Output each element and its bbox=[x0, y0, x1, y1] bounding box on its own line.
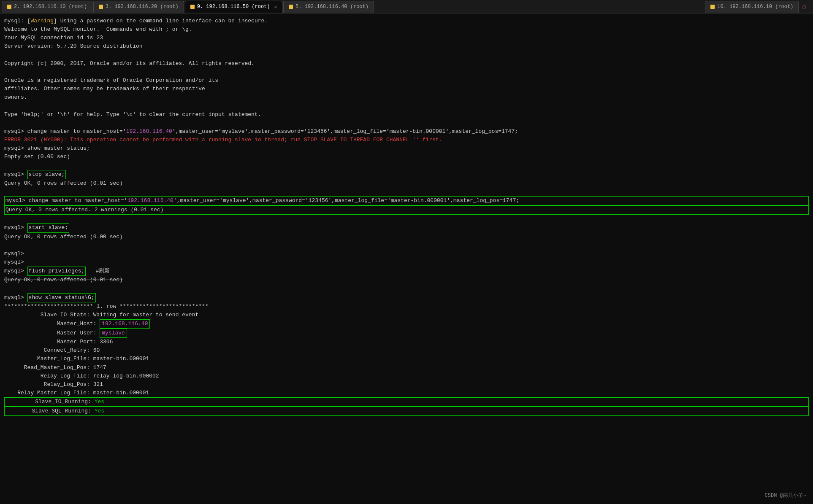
cmd5-prompt-line: mysql> start slave; bbox=[4, 223, 809, 232]
relay-log-file-line: Relay_Log_File: relay-log-bin.000002 bbox=[4, 372, 809, 380]
master-user-box: myslave bbox=[100, 329, 127, 338]
tab-icon-4 bbox=[289, 5, 293, 9]
tab-4[interactable]: 5. 192.168.116.40 (root) bbox=[283, 1, 374, 13]
tab-close-3[interactable]: ✕ bbox=[274, 4, 277, 10]
tab-bar: 2. 192.168.116.10 (root) 3. 192.168.116.… bbox=[0, 0, 813, 13]
tab-icon-3 bbox=[190, 5, 195, 9]
warning-label: Warning bbox=[30, 18, 54, 24]
master-log-file-line: Master_Log_File: master-bin.000001 bbox=[4, 355, 809, 363]
tab-5[interactable]: 10. 192.168.116.10 (root) bbox=[705, 1, 799, 13]
copyright-line: Copyright (c) 2000, 2017, Oracle and/or … bbox=[4, 59, 809, 68]
tab-icon-5 bbox=[710, 5, 715, 9]
master-user-line: Master_User: myslave bbox=[4, 329, 809, 338]
flush-box: flush privileges; bbox=[27, 267, 86, 276]
read-master-log-pos-line: Read_Master_Log_Pos: 1747 bbox=[4, 364, 809, 372]
server-version-line: Server version: 5.7.20 Source distributi… bbox=[4, 42, 809, 51]
warning-text: Using a password on the command line int… bbox=[60, 18, 268, 24]
connection-id-line: Your MySQL connection id is 23 bbox=[4, 34, 809, 42]
tab-label-2: 3. 192.168.116.20 (root) bbox=[106, 4, 179, 10]
welcome-line: Welcome to the MySQL monitor. Commands e… bbox=[4, 25, 809, 34]
tab-1[interactable]: 2. 192.168.116.10 (root) bbox=[2, 1, 92, 13]
oracle3-line: owners. bbox=[4, 93, 809, 102]
cmd1-line: mysql> change master to master_host='192… bbox=[4, 127, 809, 136]
slave-sql-running-box: Slave_SQL_Running: Yes bbox=[4, 407, 809, 416]
connect-retry-line: Connect_Retry: 60 bbox=[4, 346, 809, 355]
tab-icon-1 bbox=[7, 5, 11, 9]
tab-right-area: 10. 192.168.116.10 (root) ⌂ bbox=[705, 1, 811, 13]
show-slave-box: show slave status\G; bbox=[27, 293, 96, 302]
change-master-box: mysql> change master to master_host='192… bbox=[4, 196, 809, 205]
cmd3-result-line: Query OK, 0 rows affected (0.01 sec) bbox=[4, 179, 809, 188]
tab-label-5: 10. 192.168.116.10 (root) bbox=[717, 4, 793, 10]
slave-io-state-line: Slave_IO_State: Waiting for master to se… bbox=[4, 311, 809, 319]
show-slave-line: mysql> show slave status\G; bbox=[4, 293, 809, 302]
oracle1-line: Oracle is a registered trademark of Orac… bbox=[4, 76, 809, 85]
relay-log-pos-line: Relay_Log_Pos: 321 bbox=[4, 380, 809, 389]
cmd2-line: mysql> show master status; bbox=[4, 144, 809, 153]
help-hint-line: Type 'help;' or '\h' for help. Type '\c'… bbox=[4, 111, 809, 119]
oracle2-line: affiliates. Other names may be trademark… bbox=[4, 85, 809, 93]
warning-line: mysql: [Warning] Using a password on the… bbox=[4, 17, 809, 25]
home-icon[interactable]: ⌂ bbox=[802, 3, 806, 11]
start-slave-box: start slave; bbox=[27, 223, 70, 232]
error-line: ERROR 3021 (HY000): This operation canno… bbox=[4, 136, 809, 144]
flush-line: mysql> flush privileges; #刷新 bbox=[4, 267, 809, 276]
slave-io-running-box: Slave_IO_Running: Yes bbox=[4, 397, 809, 407]
blank-prompt2: mysql> bbox=[4, 258, 809, 267]
tab-3[interactable]: 9. 192.168.116.50 (root) ✕ bbox=[185, 1, 282, 13]
tab-label-4: 5. 192.168.116.40 (root) bbox=[295, 4, 369, 10]
blank-prompt1: mysql> bbox=[4, 250, 809, 258]
tab-label-3: 9. 192.168.116.50 (root) bbox=[197, 4, 270, 10]
watermark: CSDN @两只小羊~ bbox=[765, 492, 806, 499]
cmd2-result-line: Empty set (0.00 sec) bbox=[4, 153, 809, 161]
relay-master-log-file-line: Relay_Master_Log_File: master-bin.000001 bbox=[4, 389, 809, 397]
terminal-area: mysql: [Warning] Using a password on the… bbox=[0, 13, 813, 419]
tab-icon-2 bbox=[99, 5, 103, 9]
master-port-line: Master_Port: 3306 bbox=[4, 338, 809, 346]
flush-result-line: Query OK, 0 rows affected (0.01 sec) bbox=[4, 276, 809, 284]
tab-2[interactable]: 3. 192.168.116.20 (root) bbox=[93, 1, 184, 13]
master-host-line: Master_Host: 192.168.116.40 bbox=[4, 319, 809, 329]
stop-slave-box: stop slave; bbox=[27, 170, 66, 179]
tab-label-1: 2. 192.168.116.10 (root) bbox=[14, 4, 87, 10]
change-master-result-box: Query OK, 0 rows affected. 2 warnings (0… bbox=[4, 205, 809, 215]
cmd5-result-line: Query OK, 0 rows affected (0.00 sec) bbox=[4, 233, 809, 241]
cmd3-prompt-line: mysql> stop slave; bbox=[4, 170, 809, 179]
master-host-box: 192.168.116.40 bbox=[100, 319, 150, 329]
status-row-line: *************************** 1. row *****… bbox=[4, 302, 809, 311]
